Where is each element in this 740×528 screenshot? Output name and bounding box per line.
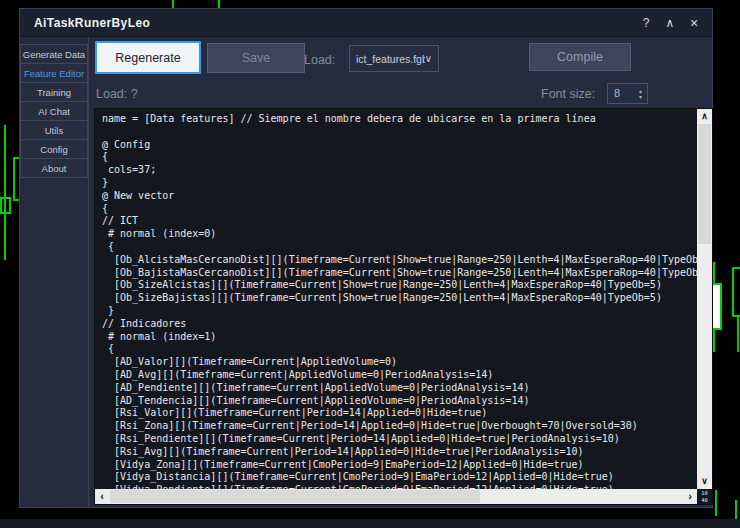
window-title: AiTaskRunerByLeo — [34, 9, 150, 37]
candle-body — [0, 197, 11, 214]
font-size-stepper[interactable]: 8 ▴▾ — [607, 83, 648, 104]
candle-wick — [715, 490, 717, 516]
code-line: [Rsi_Zona][](Timeframe=Current|Period=14… — [102, 420, 697, 433]
code-line: @ New vector — [102, 190, 697, 203]
code-line: [AD_Tendencia][](Timeframe=Current|Appli… — [102, 395, 697, 408]
taskbar-edge — [0, 519, 740, 528]
sidebar-item-utils[interactable]: Utils — [20, 120, 88, 140]
code-line: [Ob_SizeBajistas][](Timeframe=Current|Sh… — [102, 292, 697, 305]
code-line: [AD_Pendiente][](Timeframe=Current|Appli… — [102, 382, 697, 395]
regenerate-button[interactable]: Regenerate — [95, 41, 201, 74]
corner-line-1: 10 — [701, 490, 708, 496]
title-bar[interactable]: AiTaskRunerByLeo ? ∧ × — [20, 9, 712, 37]
sidebar-item-config[interactable]: Config — [20, 139, 88, 159]
load-file-dropdown[interactable]: ict_features.fgblc ∨ — [349, 45, 439, 72]
scroll-down-icon[interactable]: ∨ — [697, 475, 712, 489]
compile-button[interactable]: Compile — [529, 43, 631, 71]
code-line: [Ob_SizeAlcistas][](Timeframe=Current|Sh… — [102, 279, 697, 292]
code-line: { — [102, 203, 697, 216]
sidebar-item-generate-data[interactable]: Generate Data — [20, 44, 88, 64]
scroll-corner-badge: 1040 — [697, 489, 712, 504]
code-line: # normal (index=0) — [102, 228, 697, 241]
font-size-label: Font size: — [541, 87, 595, 101]
stepper-arrows[interactable]: ▴▾ — [634, 84, 647, 103]
code-line: { — [102, 343, 697, 356]
code-line: [AD_Avg][](Timeframe=Current|AppliedVolu… — [102, 369, 697, 382]
code-line: } — [102, 305, 697, 318]
sidebar: Generate DataFeature EditorTrainingAI Ch… — [20, 37, 89, 507]
load-label: Load: — [304, 53, 335, 67]
window-controls: ? ∧ × — [634, 9, 706, 37]
app-window: AiTaskRunerByLeo ? ∧ × Generate DataFeat… — [19, 8, 713, 508]
code-line: [Vidya_Zona][](Timeframe=Current|CmoPeri… — [102, 459, 697, 472]
help-icon[interactable]: ? — [634, 16, 658, 30]
scroll-up-icon[interactable]: ∧ — [697, 109, 712, 123]
vertical-scroll-thumb[interactable] — [698, 124, 711, 244]
minimize-icon[interactable]: ∧ — [658, 16, 682, 30]
code-line: name = [Data features] // Siempre el nom… — [102, 113, 697, 126]
code-line: # normal (index=1) — [102, 331, 697, 344]
arrow-down-icon[interactable]: ▾ — [639, 94, 642, 100]
vertical-scrollbar[interactable]: ∧ ∨ — [697, 109, 712, 489]
code-editor[interactable]: name = [Data features] // Siempre el nom… — [94, 108, 713, 505]
code-line: [Ob_AlcistaMasCercanoDist][](Timeframe=C… — [102, 254, 697, 267]
candle-wick — [737, 317, 739, 352]
code-line: } — [102, 177, 697, 190]
scroll-left-icon[interactable]: ‹ — [95, 489, 109, 504]
scroll-right-icon[interactable]: › — [683, 489, 697, 504]
horizontal-scrollbar[interactable]: ‹ › — [95, 489, 697, 504]
sidebar-item-about[interactable]: About — [20, 158, 88, 178]
code-line: { — [102, 151, 697, 164]
load-status: Load: ? — [96, 87, 138, 101]
candle-body — [732, 267, 740, 317]
code-line: { — [102, 241, 697, 254]
candle-wick — [4, 125, 6, 260]
sidebar-item-ai-chat[interactable]: AI Chat — [20, 101, 88, 121]
code-line: // Indicadores — [102, 318, 697, 331]
sidebar-item-feature-editor[interactable]: Feature Editor — [20, 63, 88, 83]
code-line: [Rsi_Valor][](Timeframe=Current|Period=1… — [102, 407, 697, 420]
code-line — [102, 126, 697, 139]
code-line: [Vidya_Distancia][](Timeframe=Current|Cm… — [102, 471, 697, 484]
code-line: @ Config — [102, 139, 697, 152]
code-line: // ICT — [102, 215, 697, 228]
code-editor-content[interactable]: name = [Data features] // Siempre el nom… — [95, 109, 697, 489]
chevron-down-icon: ∨ — [425, 53, 432, 64]
corner-line-2: 40 — [701, 497, 708, 503]
code-line: cols=37; — [102, 164, 697, 177]
save-button[interactable]: Save — [207, 43, 305, 73]
sidebar-item-training[interactable]: Training — [20, 82, 88, 102]
code-line: [Rsi_Avg][](Timeframe=Current|Period=14|… — [102, 446, 697, 459]
horizontal-scroll-thumb[interactable] — [110, 490, 480, 503]
close-icon[interactable]: × — [682, 15, 706, 31]
code-line: [AD_Valor][](Timeframe=Current|AppliedVo… — [102, 356, 697, 369]
code-line: [Rsi_Pendiente][](Timeframe=Current|Peri… — [102, 433, 697, 446]
code-line: [Ob_BajistaMasCercanoDist][](Timeframe=C… — [102, 267, 697, 280]
load-file-value: ict_features.fgblc — [356, 53, 425, 65]
font-size-value: 8 — [608, 84, 634, 103]
